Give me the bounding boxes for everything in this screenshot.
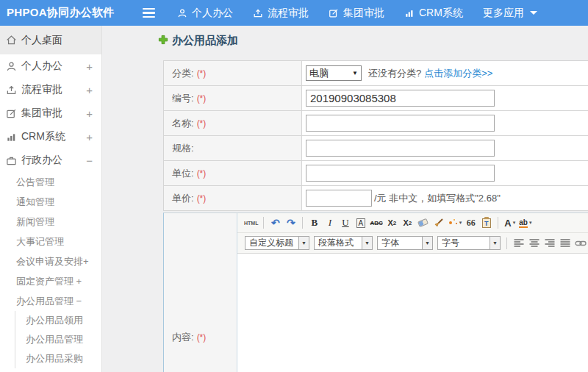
paste-letter: T [483,219,490,228]
dropdown-arrow-icon: ▾ [513,220,516,226]
unit-input[interactable] [306,165,495,182]
eraser-icon [417,218,429,227]
content-label: 内容: [172,331,194,344]
sidebar-item-fixed-assets-mgmt[interactable]: 固定资产管理 + [0,271,101,291]
editor-toolbar-row1: HTML ↶ ↷ B I U A ABC X2 X2 ▾ 66 T A▾ ab▾ [237,213,588,233]
justify-button[interactable] [559,236,571,251]
combo-label: 字号 [438,237,490,249]
add-category-link[interactable]: 点击添加分类>> [424,67,492,80]
spec-input[interactable] [306,140,495,157]
flow-icon [6,85,17,96]
nav-workflow-approval[interactable]: 流程审批 [253,7,309,20]
html-source-button[interactable]: HTML [244,215,258,230]
name-input[interactable] [306,115,495,132]
price-label: 单价: [172,192,194,205]
nav-personal-office[interactable]: 个人办公 [177,7,233,20]
home-icon [6,35,17,46]
auto-typeset-button[interactable]: ▾ [448,215,462,230]
bold-button[interactable]: B [308,215,320,230]
font-box-icon: A [356,218,366,228]
sidebar-item-supplies-claim[interactable]: 办公用品领用 [15,311,101,330]
paste-text-icon: T [482,218,491,228]
redo-button[interactable]: ↷ [284,215,297,230]
align-center-button[interactable] [528,236,540,251]
sidebar-item-events-mgmt[interactable]: 大事记管理 [0,232,101,251]
undo-button[interactable]: ↶ [269,215,282,230]
combo-label: 自定义标题 [245,237,298,249]
field-label: 内容: (*) [164,213,237,372]
font-size-combo[interactable]: 字号▼ [437,236,501,250]
add-plus-icon [158,35,168,48]
nav-more-apps[interactable]: 更多应用 [483,7,537,20]
align-left-icon [514,239,524,248]
align-right-button[interactable] [543,236,556,251]
sidebar-item-crm[interactable]: CRM系统 + [0,125,101,149]
sidebar-item-label: CRM系统 [21,130,65,143]
font-family-combo[interactable]: 字体▼ [377,236,433,250]
expand-plus-icon[interactable]: + [86,84,93,96]
sidebar-item-desktop[interactable]: 个人桌面 [0,26,101,54]
category-select[interactable]: 电脑 ▼ [306,65,362,81]
underline-button[interactable]: U [339,215,351,230]
select-arrow-icon: ▼ [352,70,358,76]
subscript-button[interactable]: X2 [401,215,414,230]
paragraph-format-combo[interactable]: 段落格式▼ [314,236,373,250]
align-left-button[interactable] [512,236,525,251]
sidebar-item-notice-mgmt[interactable]: 通知管理 [0,192,101,212]
remove-format-button[interactable] [417,215,429,230]
sidebar-item-personal-office[interactable]: 个人办公 + [0,54,101,78]
nav-label: 更多应用 [483,7,524,20]
sidebar-item-admin-office[interactable]: 行政办公 − [0,149,101,172]
field-input-cell [302,86,588,110]
price-input[interactable] [306,190,372,207]
toolbar-separator [302,217,303,229]
sidebar-item-supplies-purchase[interactable]: 办公用品采购 [15,349,101,368]
link-button[interactable] [574,236,587,251]
paste-text-button[interactable]: T [480,215,492,230]
sidebar-item-supplies-manage[interactable]: 办公用品管理 [15,330,101,349]
sidebar-item-workflow-approval[interactable]: 流程审批 + [0,78,101,101]
nav-crm[interactable]: CRM系统 [404,7,463,20]
expand-plus-icon[interactable]: + [86,107,93,120]
nav-group-approval[interactable]: 集团审批 [329,7,384,20]
format-brush-button[interactable] [432,215,445,230]
highlight-color-button[interactable]: ab▾ [519,215,531,230]
sidebar-item-label: 行政办公 [21,154,62,167]
field-input-cell: /元 非中文，如填写格式"2.68" [302,186,588,210]
page-title-text: 办公用品添加 [172,34,238,48]
dropdown-arrow-icon: ▼ [490,237,500,249]
dropdown-arrow-icon: ▼ [422,237,432,249]
sidebar-item-news-mgmt[interactable]: 新闻管理 [0,212,101,232]
align-right-icon [545,239,555,248]
sidebar-item-label: 个人办公 [21,60,62,73]
italic-button[interactable]: I [323,215,336,230]
editor-body[interactable] [237,254,588,372]
spec-label: 规格: [172,142,194,155]
superscript-button[interactable]: X2 [386,215,398,230]
superscript-base: X [387,218,392,227]
menu-icon[interactable] [143,8,155,18]
sidebar-item-announcement-mgmt[interactable]: 公告管理 [0,172,101,192]
unit-label: 单位: [172,167,194,180]
sidebar-item-office-supplies-mgmt[interactable]: 办公用品管理 − [0,291,101,311]
price-row: 单价: (*) /元 非中文，如填写格式"2.68" [164,186,588,211]
chart-icon [6,132,17,143]
highlight-color-icon: ab [519,218,528,228]
field-input-cell [302,161,588,185]
sidebar-item-group-approval[interactable]: 集团审批 + [0,101,101,125]
font-box-button[interactable]: A [354,215,367,230]
heading-style-combo[interactable]: 自定义标题▼ [245,236,309,250]
strikethrough-button[interactable]: ABC [370,215,382,230]
expand-plus-icon[interactable]: + [86,60,93,73]
collapse-minus-icon[interactable]: − [86,154,93,167]
toolbar-separator [263,217,264,229]
required-marker: (*) [197,118,207,129]
nav-label: 个人办公 [192,7,233,20]
required-marker: (*) [197,168,207,179]
expand-plus-icon[interactable]: + [86,131,93,143]
sidebar-admin-submenu: 公告管理 通知管理 新闻管理 大事记管理 会议申请及安排+ 固定资产管理 + 办… [0,172,101,311]
blockquote-button[interactable]: 66 [465,215,477,230]
font-color-button[interactable]: A▾ [503,215,516,230]
code-input[interactable] [306,90,495,107]
sidebar-item-meeting-mgmt[interactable]: 会议申请及安排+ [0,251,101,271]
